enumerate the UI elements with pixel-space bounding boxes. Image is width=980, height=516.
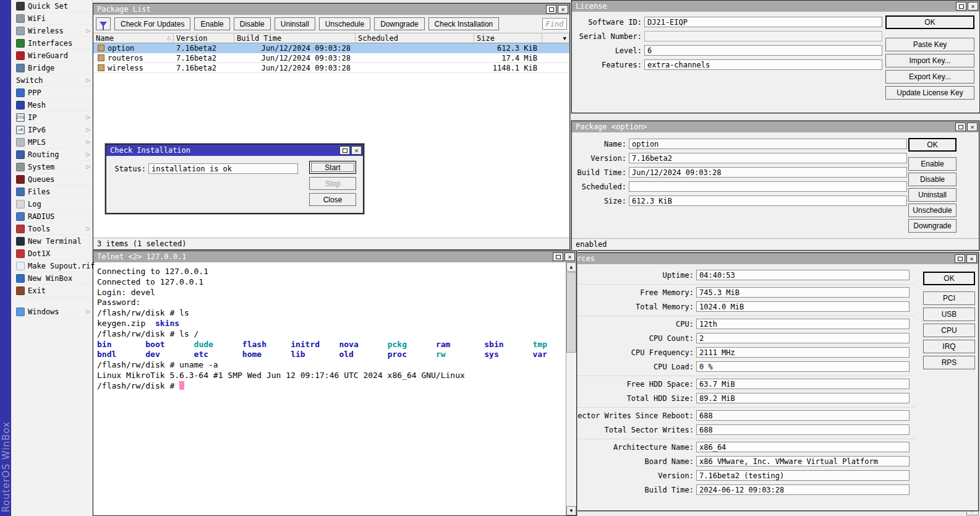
- column-header-name[interactable]: Name∆: [93, 33, 174, 43]
- irq-button[interactable]: IRQ: [923, 340, 975, 353]
- maximize-icon[interactable]: [955, 123, 966, 131]
- scheduled-field[interactable]: [629, 181, 907, 192]
- unschedule-button[interactable]: Unschedule: [319, 17, 370, 30]
- uninstall-button[interactable]: Uninstall: [908, 188, 957, 202]
- check-installation-titlebar[interactable]: Check Installation ×: [106, 145, 363, 156]
- check-for-updates-button[interactable]: Check For Updates: [114, 17, 190, 30]
- ok-button[interactable]: OK: [885, 15, 974, 29]
- sidebar-item-files[interactable]: Files: [11, 186, 92, 198]
- enable-button[interactable]: Enable: [908, 157, 957, 171]
- build-time-field[interactable]: Jun/12/2024 09:03:28: [629, 167, 907, 178]
- find-button[interactable]: Find: [542, 18, 567, 30]
- check-installation-button[interactable]: Check Installation: [428, 17, 500, 30]
- pci-button[interactable]: PCI: [923, 291, 975, 305]
- features-field[interactable]: extra-channels: [644, 59, 882, 70]
- sector-writes-since-reboot-field[interactable]: 688: [696, 410, 910, 421]
- ok-button[interactable]: OK: [923, 272, 975, 285]
- uptime-field[interactable]: 04:40:53: [696, 270, 910, 280]
- sidebar-item-wireless[interactable]: Wireless▷: [11, 25, 92, 37]
- total-memory-field[interactable]: 1024.0 MiB: [696, 301, 910, 312]
- close-button[interactable]: Close: [309, 193, 356, 206]
- ok-button[interactable]: OK: [908, 138, 957, 152]
- package-option-titlebar[interactable]: Package <option> ×: [572, 121, 979, 132]
- enable-button[interactable]: Enable: [194, 17, 229, 30]
- table-row[interactable]: option7.16beta2Jun/12/2024 09:03:28612.3…: [93, 43, 569, 53]
- scroll-up-icon[interactable]: ▲: [566, 262, 576, 272]
- close-icon[interactable]: ×: [966, 254, 977, 263]
- board-name-field[interactable]: x86 VMware, Inc. VMware Virtual Platform: [696, 456, 910, 467]
- filter-button[interactable]: [96, 17, 111, 30]
- maximize-icon[interactable]: [955, 254, 965, 263]
- column-header-scheduled[interactable]: Scheduled: [356, 33, 474, 43]
- usb-button[interactable]: USB: [923, 307, 975, 321]
- resources-titlebar[interactable]: Resources ×: [551, 253, 978, 264]
- import-key-button[interactable]: Import Key...: [885, 54, 974, 67]
- sidebar-item-wireguard[interactable]: WireGuard: [11, 49, 92, 62]
- status-field[interactable]: installation is ok: [148, 163, 298, 174]
- free-hdd-space-field[interactable]: 63.7 MiB: [696, 379, 910, 389]
- table-row[interactable]: wireless7.16beta2Jun/12/2024 09:03:28114…: [93, 63, 569, 73]
- scroll-down-icon[interactable]: ▼: [566, 506, 576, 515]
- sidebar-item-tools[interactable]: Tools▷: [11, 223, 92, 235]
- sidebar-item-ppp[interactable]: PPP: [11, 87, 92, 99]
- sidebar-item-bridge[interactable]: Bridge: [11, 62, 92, 74]
- total-sector-writes-field[interactable]: 688: [696, 424, 910, 435]
- sidebar-item-new-terminal[interactable]: New Terminal: [11, 235, 92, 247]
- size-field[interactable]: 612.3 KiB: [629, 196, 907, 206]
- paste-key-button[interactable]: Paste Key: [885, 38, 974, 51]
- sidebar-item-mpls[interactable]: MPLS▷: [11, 136, 92, 148]
- sidebar-item-ipv6[interactable]: v6IPv6▷: [11, 124, 92, 136]
- column-header-build-time[interactable]: Build Time: [234, 33, 356, 43]
- start-button[interactable]: Start: [309, 161, 356, 174]
- cpu-frequency-field[interactable]: 2111 MHz: [696, 347, 910, 358]
- rps-button[interactable]: RPS: [923, 356, 975, 369]
- cpu-load-field[interactable]: 0 %: [696, 361, 910, 372]
- uninstall-button[interactable]: Uninstall: [275, 17, 315, 30]
- column-options-header[interactable]: ▼: [542, 33, 569, 43]
- package-list-titlebar[interactable]: Package List ×: [93, 4, 569, 15]
- sidebar-item-quick-set[interactable]: Quick Set: [11, 0, 92, 12]
- sidebar-item-interfaces[interactable]: Interfaces: [11, 37, 92, 49]
- cpu-button[interactable]: CPU: [923, 324, 975, 337]
- close-icon[interactable]: ×: [558, 5, 568, 14]
- close-icon[interactable]: ×: [967, 123, 978, 131]
- column-header-size[interactable]: Size: [474, 33, 542, 43]
- maximize-icon[interactable]: [339, 146, 350, 155]
- sidebar-item-windows[interactable]: Windows▷: [11, 306, 92, 318]
- update-license-key-button[interactable]: Update License Key: [885, 86, 974, 100]
- maximize-icon[interactable]: [553, 252, 563, 261]
- architecture-name-field[interactable]: x86_64: [696, 442, 910, 452]
- sidebar-item-routing[interactable]: Routing▷: [11, 148, 92, 161]
- cpu-field[interactable]: 12th: [696, 319, 910, 329]
- scrollbar-thumb[interactable]: [566, 272, 576, 353]
- maximize-icon[interactable]: [956, 2, 966, 11]
- disable-button[interactable]: Disable: [908, 173, 957, 186]
- sidebar-item-ip[interactable]: 255IP▷: [11, 111, 92, 124]
- close-icon[interactable]: ×: [968, 2, 978, 11]
- disable-button[interactable]: Disable: [234, 17, 271, 30]
- cpu-count-field[interactable]: 2: [696, 333, 910, 343]
- close-icon[interactable]: ×: [565, 252, 575, 261]
- serial-number-field[interactable]: [644, 31, 882, 41]
- level-field[interactable]: 6: [644, 45, 882, 56]
- free-memory-field[interactable]: 745.3 MiB: [696, 287, 910, 298]
- unschedule-button[interactable]: Unschedule: [908, 204, 957, 217]
- stop-button[interactable]: Stop: [309, 177, 356, 190]
- build-time-field[interactable]: 2024-06-12 09:03:28: [696, 484, 910, 495]
- version-field[interactable]: 7.16beta2 (testing): [696, 470, 910, 481]
- sidebar-item-radius[interactable]: RADIUS: [11, 210, 92, 223]
- sidebar-item-log[interactable]: Log: [11, 198, 92, 210]
- maximize-icon[interactable]: [546, 5, 556, 14]
- column-header-version[interactable]: Version: [174, 33, 234, 43]
- license-titlebar[interactable]: License ×: [572, 1, 979, 12]
- sidebar-item-queues[interactable]: Queues: [11, 173, 92, 186]
- telnet-titlebar[interactable]: Telnet <2> 127.0.0.1 ×: [93, 251, 576, 262]
- sidebar-item-dot1x[interactable]: Dot1X: [11, 247, 92, 260]
- table-row[interactable]: routeros7.16beta2Jun/12/2024 09:03:2817.…: [93, 53, 569, 63]
- downgrade-button[interactable]: Downgrade: [908, 219, 957, 233]
- sidebar-item-new-winbox[interactable]: New WinBox: [11, 272, 92, 285]
- terminal-output[interactable]: Connecting to 127.0.0.1Connected to 127.…: [93, 262, 566, 515]
- version-field[interactable]: 7.16beta2: [629, 153, 907, 163]
- sidebar-item-system[interactable]: System▷: [11, 161, 92, 173]
- sidebar-item-make-supout-rif[interactable]: Make Supout.rif: [11, 260, 92, 272]
